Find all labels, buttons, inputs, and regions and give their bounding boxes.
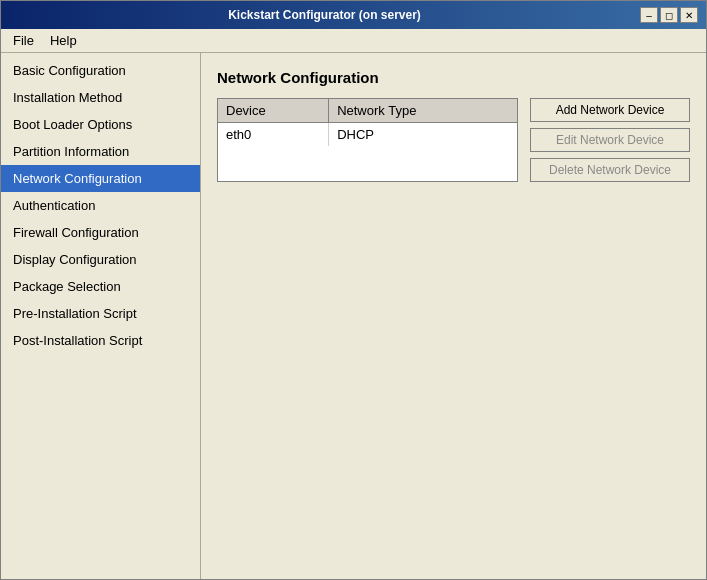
sidebar-item-authentication[interactable]: Authentication [1, 192, 200, 219]
close-button[interactable]: ✕ [680, 7, 698, 23]
network-table-container: Device Network Type eth0 DHCP [217, 98, 518, 182]
menu-file[interactable]: File [5, 31, 42, 50]
sidebar-item-firewall-configuration[interactable]: Firewall Configuration [1, 219, 200, 246]
content-area: Basic Configuration Installation Method … [1, 53, 706, 579]
sidebar-item-post-installation-script[interactable]: Post-Installation Script [1, 327, 200, 354]
cell-network-type: DHCP [329, 123, 517, 147]
sidebar-item-display-configuration[interactable]: Display Configuration [1, 246, 200, 273]
sidebar-item-package-selection[interactable]: Package Selection [1, 273, 200, 300]
sidebar-item-network-configuration[interactable]: Network Configuration [1, 165, 200, 192]
section-title: Network Configuration [217, 69, 690, 86]
network-buttons: Add Network Device Edit Network Device D… [530, 98, 690, 182]
sidebar-item-boot-loader-options[interactable]: Boot Loader Options [1, 111, 200, 138]
maximize-button[interactable]: ◻ [660, 7, 678, 23]
column-device: Device [218, 99, 329, 123]
add-network-device-button[interactable]: Add Network Device [530, 98, 690, 122]
delete-network-device-button[interactable]: Delete Network Device [530, 158, 690, 182]
network-layout: Device Network Type eth0 DHCP [217, 98, 690, 182]
window-controls: – ◻ ✕ [640, 7, 698, 23]
title-bar: Kickstart Configurator (on server) – ◻ ✕ [1, 1, 706, 29]
main-content: Network Configuration Device Network Typ… [201, 53, 706, 579]
table-row[interactable]: eth0 DHCP [218, 123, 517, 147]
minimize-button[interactable]: – [640, 7, 658, 23]
network-table: Device Network Type eth0 DHCP [218, 99, 517, 146]
cell-device: eth0 [218, 123, 329, 147]
sidebar-item-installation-method[interactable]: Installation Method [1, 84, 200, 111]
sidebar-item-pre-installation-script[interactable]: Pre-Installation Script [1, 300, 200, 327]
edit-network-device-button[interactable]: Edit Network Device [530, 128, 690, 152]
column-network-type: Network Type [329, 99, 517, 123]
sidebar-item-partition-information[interactable]: Partition Information [1, 138, 200, 165]
sidebar: Basic Configuration Installation Method … [1, 53, 201, 579]
menu-help[interactable]: Help [42, 31, 85, 50]
sidebar-item-basic-configuration[interactable]: Basic Configuration [1, 57, 200, 84]
table-header-row: Device Network Type [218, 99, 517, 123]
menu-bar: File Help [1, 29, 706, 53]
application-window: Kickstart Configurator (on server) – ◻ ✕… [0, 0, 707, 580]
window-title: Kickstart Configurator (on server) [9, 8, 640, 22]
